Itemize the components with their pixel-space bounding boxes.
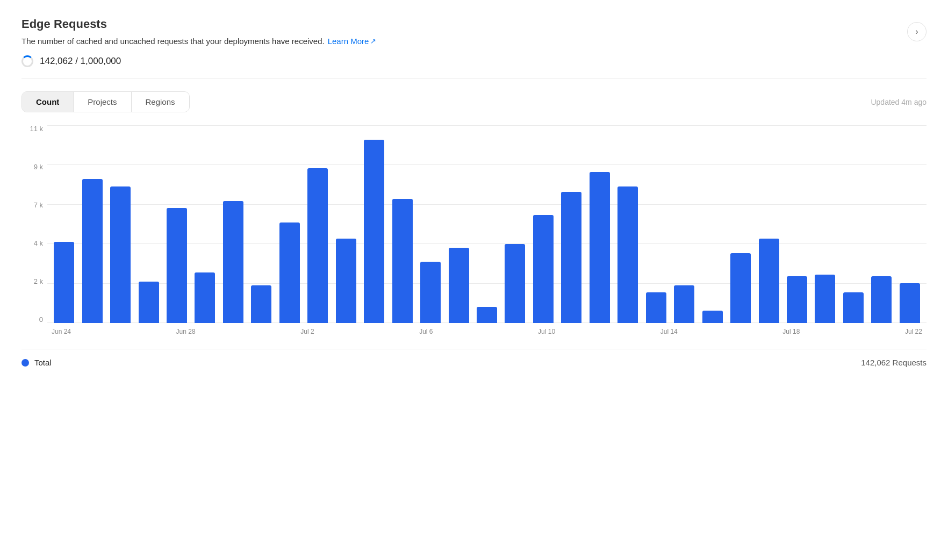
bar-group — [249, 125, 274, 323]
bar[interactable] — [674, 285, 694, 323]
bar[interactable] — [420, 262, 441, 323]
tab-projects[interactable]: Projects — [74, 92, 131, 112]
bar-group — [700, 125, 724, 323]
x-label-jun28: Jun 28 — [176, 328, 196, 335]
bar[interactable] — [307, 168, 328, 323]
bar-group — [446, 125, 471, 323]
bar[interactable] — [590, 172, 610, 323]
subtitle-text: The number of cached and uncached reques… — [21, 37, 376, 46]
bar-group — [390, 125, 414, 323]
bar[interactable] — [279, 222, 300, 323]
bar-group — [108, 125, 133, 323]
bars-container — [47, 125, 927, 323]
title-subtitle-block: Edge Requests The number of cached and u… — [21, 17, 376, 46]
y-label-9k: 9 k — [34, 163, 43, 170]
bar[interactable] — [195, 272, 215, 323]
bar[interactable] — [364, 140, 384, 323]
bar-group — [587, 125, 612, 323]
x-label-jul14: Jul 14 — [660, 328, 678, 335]
bar[interactable] — [477, 307, 497, 323]
subtitle-description: The number of cached and uncached reques… — [21, 37, 325, 46]
legend-row: Total 142,062 Requests — [21, 349, 927, 367]
y-label-7k: 7 k — [34, 202, 43, 209]
bar[interactable] — [787, 276, 807, 323]
bar-group — [644, 125, 669, 323]
bar[interactable] — [392, 199, 413, 323]
bar-group — [672, 125, 696, 323]
bar-group — [841, 125, 866, 323]
bar-group — [615, 125, 640, 323]
bar[interactable] — [82, 179, 103, 323]
x-axis: Jun 24 Jun 28 Jul 2 Jul 6 Jul 10 Jul 14 … — [47, 323, 927, 340]
bar-group — [728, 125, 753, 323]
bar[interactable] — [871, 276, 892, 323]
bar-group — [897, 125, 922, 323]
bar-group — [813, 125, 837, 323]
bar[interactable] — [561, 192, 581, 323]
x-label-jul22: Jul 22 — [905, 328, 922, 335]
external-link-icon: ↗ — [370, 37, 376, 45]
bar-group — [334, 125, 358, 323]
bar[interactable] — [759, 239, 779, 323]
bar-group — [502, 125, 527, 323]
learn-more-label: Learn More — [328, 37, 369, 46]
page-container: Edge Requests The number of cached and u… — [0, 0, 948, 384]
bar[interactable] — [900, 283, 920, 323]
bar[interactable] — [449, 248, 469, 324]
bar[interactable] — [646, 292, 666, 323]
tab-group: Count Projects Regions — [21, 91, 190, 112]
bar-group — [418, 125, 443, 323]
legend-item-total: Total — [21, 358, 52, 367]
bar[interactable] — [223, 201, 243, 323]
bar[interactable] — [533, 215, 554, 323]
loading-spinner — [21, 55, 33, 67]
bar-group — [80, 125, 104, 323]
bar-group — [305, 125, 330, 323]
updated-label: Updated 4m ago — [871, 98, 927, 106]
tab-regions[interactable]: Regions — [132, 92, 189, 112]
bar-group — [785, 125, 809, 323]
y-axis: 11 k 9 k 7 k 4 k 2 k 0 — [21, 125, 47, 340]
bar-group — [136, 125, 161, 323]
usage-row: 142,062 / 1,000,000 — [21, 55, 927, 67]
bar[interactable] — [505, 244, 525, 323]
bar[interactable] — [167, 208, 187, 323]
bar[interactable] — [110, 186, 131, 323]
bar-group — [277, 125, 302, 323]
tab-count[interactable]: Count — [22, 92, 74, 112]
legend-value-total: 142,062 Requests — [861, 358, 927, 367]
y-label-0: 0 — [39, 316, 43, 323]
x-label-jul18: Jul 18 — [782, 328, 800, 335]
bar[interactable] — [702, 311, 723, 323]
bar[interactable] — [617, 186, 638, 323]
bar[interactable] — [815, 275, 835, 323]
x-labels: Jun 24 Jun 28 Jul 2 Jul 6 Jul 10 Jul 14 … — [52, 328, 922, 335]
bar[interactable] — [336, 239, 356, 323]
chart-area: 11 k 9 k 7 k 4 k 2 k 0 — [21, 125, 927, 340]
bar[interactable] — [843, 292, 864, 323]
x-label-jul2: Jul 2 — [300, 328, 314, 335]
bar-group — [192, 125, 217, 323]
legend-dot-total — [21, 359, 29, 367]
bar-group — [475, 125, 499, 323]
bar-group — [869, 125, 894, 323]
tabs-row: Count Projects Regions Updated 4m ago — [21, 91, 927, 112]
bar-group — [52, 125, 76, 323]
bar-group — [362, 125, 386, 323]
y-label-4k: 4 k — [34, 240, 43, 247]
chart-inner: Jun 24 Jun 28 Jul 2 Jul 6 Jul 10 Jul 14 … — [47, 125, 927, 340]
bar-group — [164, 125, 189, 323]
bar-group — [531, 125, 556, 323]
expand-button[interactable]: › — [907, 22, 927, 41]
chart-wrapper: 11 k 9 k 7 k 4 k 2 k 0 — [21, 125, 927, 340]
bar[interactable] — [54, 242, 74, 323]
bar[interactable] — [139, 282, 159, 323]
x-label-jul6: Jul 6 — [419, 328, 433, 335]
x-label-jul10: Jul 10 — [538, 328, 555, 335]
bar[interactable] — [251, 285, 271, 323]
x-label-jun24: Jun 24 — [52, 328, 71, 335]
learn-more-link[interactable]: Learn More ↗ — [328, 37, 377, 46]
bar[interactable] — [730, 253, 751, 323]
usage-count: 142,062 / 1,000,000 — [40, 56, 121, 67]
divider — [21, 78, 927, 78]
